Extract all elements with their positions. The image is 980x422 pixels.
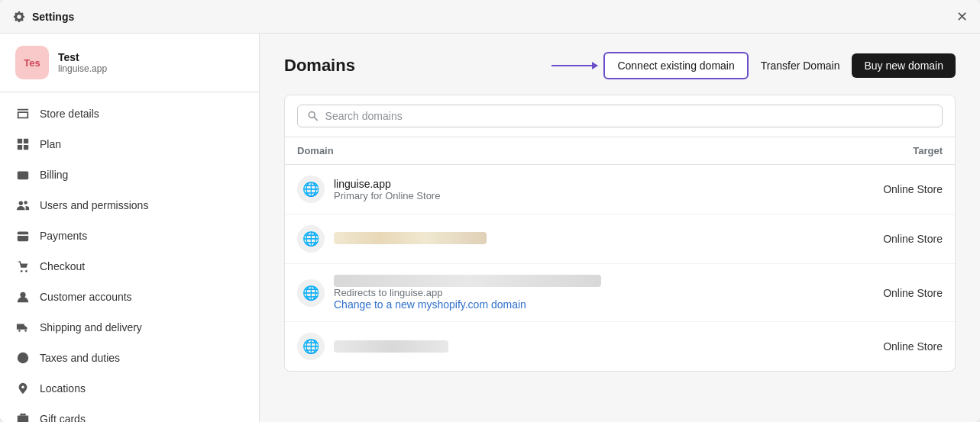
store-header[interactable]: Tes Test linguise.app — [0, 34, 259, 92]
sidebar-item-payments[interactable]: Payments — [0, 221, 259, 251]
shipping-icon — [15, 320, 31, 335]
globe-icon: 🌐 — [297, 279, 325, 307]
nav-list: Store details Plan Billing — [0, 92, 259, 422]
globe-icon: 🌐 — [297, 225, 325, 253]
sidebar-item-store-details[interactable]: Store details — [0, 98, 259, 129]
plan-icon — [15, 137, 31, 152]
gift-icon — [15, 411, 31, 422]
window-title: Settings — [32, 11, 74, 23]
change-domain-link[interactable]: Change to a new myshopify.com domain — [334, 298, 819, 311]
svg-rect-10 — [18, 416, 28, 419]
globe-icon: 🌐 — [297, 333, 325, 360]
svg-point-1 — [19, 201, 23, 205]
sidebar-item-plan[interactable]: Plan — [0, 129, 259, 159]
store-url: linguise.app — [58, 63, 107, 74]
arrow-annotation — [551, 65, 597, 66]
sidebar-item-shipping[interactable]: Shipping and delivery — [0, 312, 259, 343]
table-row[interactable]: 🌐 Online Store — [285, 322, 955, 371]
sidebar-item-taxes[interactable]: Taxes and duties — [0, 343, 259, 373]
table-header: Domain Target — [285, 137, 955, 165]
sidebar-label-store-details: Store details — [40, 108, 99, 120]
arrow-line — [551, 65, 597, 66]
table-row[interactable]: 🌐 linguise.app Primary for Online Store … — [285, 165, 955, 214]
sidebar-item-users[interactable]: Users and permissions — [0, 190, 259, 221]
svg-point-8 — [21, 356, 24, 359]
sidebar-item-billing[interactable]: Billing — [0, 159, 259, 190]
sidebar: Tes Test linguise.app Store details — [0, 34, 260, 422]
title-bar: Settings ✕ — [0, 0, 980, 34]
sidebar-label-gift-cards: Gift cards — [40, 413, 86, 422]
domain-target-4: Online Store — [828, 340, 943, 353]
billing-icon — [15, 167, 31, 182]
domain-name-blurred3 — [334, 340, 448, 353]
gear-icon — [12, 10, 26, 24]
customer-icon — [15, 289, 31, 304]
locations-icon — [15, 381, 31, 396]
domain-card: Domain Target 🌐 linguise.app Primary for… — [284, 95, 956, 372]
search-input[interactable] — [325, 110, 933, 122]
close-icon[interactable]: ✕ — [956, 10, 968, 24]
panel-header: Domains Connect existing domain Transfer… — [284, 52, 956, 79]
users-icon — [15, 198, 31, 213]
svg-point-7 — [24, 330, 27, 332]
main-panel: Domains Connect existing domain Transfer… — [260, 34, 980, 422]
domain-name-primary: linguise.app — [334, 178, 819, 190]
search-bar — [285, 95, 955, 137]
svg-point-6 — [18, 330, 21, 332]
svg-point-4 — [25, 270, 27, 272]
svg-rect-0 — [18, 172, 28, 180]
buy-domain-button[interactable]: Buy new domain — [852, 53, 956, 78]
sidebar-label-payments: Payments — [40, 230, 87, 242]
taxes-icon — [15, 350, 31, 366]
domain-redirect-text: Redirects to linguise.app — [334, 287, 819, 298]
domain-name-blurred2 — [334, 275, 601, 287]
svg-point-3 — [21, 270, 23, 272]
header-actions: Connect existing domain Transfer Domain … — [551, 52, 956, 79]
sidebar-item-customer-accounts[interactable]: Customer accounts — [0, 282, 259, 312]
svg-point-2 — [24, 201, 27, 205]
domain-target-2: Online Store — [828, 233, 943, 245]
store-name: Test — [58, 51, 107, 63]
col-header-target: Target — [828, 145, 943, 156]
avatar: Tes — [15, 46, 49, 79]
domain-name-blurred — [334, 232, 487, 244]
store-icon — [15, 106, 31, 121]
transfer-domain-button[interactable]: Transfer Domain — [749, 53, 852, 78]
payments-icon — [15, 228, 31, 243]
sidebar-label-shipping: Shipping and delivery — [40, 321, 142, 333]
connect-domain-button[interactable]: Connect existing domain — [603, 52, 748, 79]
search-icon — [307, 110, 319, 122]
sidebar-label-plan: Plan — [40, 138, 61, 150]
globe-icon: 🌐 — [297, 176, 325, 203]
sidebar-item-locations[interactable]: Locations — [0, 373, 259, 404]
sidebar-label-taxes: Taxes and duties — [40, 352, 120, 364]
table-row[interactable]: 🌐 Redirects to linguise.app Change to a … — [285, 264, 955, 322]
search-input-wrap[interactable] — [297, 105, 943, 127]
domain-sub-primary: Primary for Online Store — [334, 190, 819, 201]
page-title: Domains — [284, 56, 355, 76]
sidebar-label-billing: Billing — [40, 169, 68, 181]
sidebar-label-locations: Locations — [40, 382, 86, 395]
checkout-icon — [15, 259, 31, 274]
sidebar-label-checkout: Checkout — [40, 260, 85, 272]
sidebar-item-checkout[interactable]: Checkout — [0, 251, 259, 282]
table-row[interactable]: 🌐 Online Store — [285, 214, 955, 264]
sidebar-label-users: Users and permissions — [40, 199, 148, 211]
sidebar-item-gift-cards[interactable]: Gift cards — [0, 404, 259, 422]
svg-point-5 — [20, 292, 25, 298]
domain-target-3: Online Store — [828, 287, 943, 299]
col-header-domain: Domain — [297, 145, 828, 156]
sidebar-label-customer: Customer accounts — [40, 291, 132, 303]
domain-target-1: Online Store — [828, 183, 943, 195]
